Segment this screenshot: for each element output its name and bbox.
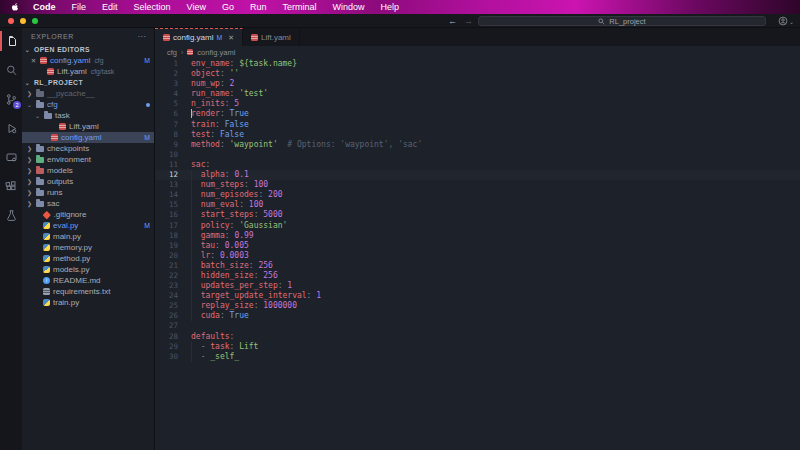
menu-window[interactable]: Window <box>324 0 372 14</box>
menu-view[interactable]: View <box>179 0 214 14</box>
code-line-30[interactable]: 30 - _self_ <box>155 352 800 362</box>
code-line-15[interactable]: 15 num_eval: 100 <box>155 200 800 210</box>
code-line-25[interactable]: 25 replay_size: 1000000 <box>155 301 800 311</box>
explorer-row-lift-yaml[interactable]: Lift.yaml <box>22 121 154 132</box>
explorer-row--gitignore[interactable]: .gitignore <box>22 209 154 220</box>
code-line-22[interactable]: 22 hidden_size: 256 <box>155 271 800 281</box>
code-line-4[interactable]: 4run_name: 'test' <box>155 89 800 99</box>
minimize-window-button[interactable] <box>20 18 26 24</box>
explorer-row-method-py[interactable]: method.py <box>22 253 154 264</box>
breadcrumb-file[interactable]: config.yaml <box>197 48 235 57</box>
menu-help[interactable]: Help <box>372 0 407 14</box>
explorer-row-sac[interactable]: ❯sac <box>22 198 154 209</box>
code-line-27[interactable]: 27 <box>155 321 800 331</box>
menu-selection[interactable]: Selection <box>126 0 179 14</box>
maximize-window-button[interactable] <box>32 18 38 24</box>
explorer-row--pycache-[interactable]: ❯__pycache__ <box>22 88 154 99</box>
code-line-10[interactable]: 10 <box>155 150 800 160</box>
menu-edit[interactable]: Edit <box>94 0 126 14</box>
chevron-right-icon[interactable]: ❯ <box>26 189 33 196</box>
explorer-row-environment[interactable]: ❯environment <box>22 154 154 165</box>
explorer-actions-icon[interactable]: ⋯ <box>137 32 146 41</box>
section-open-editors[interactable]: ⌄OPEN EDITORS <box>22 44 154 55</box>
code-line-11[interactable]: 11sac: <box>155 160 800 170</box>
explorer-row-memory-py[interactable]: memory.py <box>22 242 154 253</box>
code-line-26[interactable]: 26 cuda: True <box>155 311 800 321</box>
code-line-21[interactable]: 21 batch_size: 256 <box>155 261 800 271</box>
search-activity-button[interactable] <box>0 62 22 78</box>
run-debug-activity-button[interactable] <box>0 120 22 136</box>
explorer-row-readme-md[interactable]: README.md <box>22 275 154 286</box>
code-line-19[interactable]: 19 tau: 0.005 <box>155 241 800 251</box>
remote-explorer-activity-button[interactable] <box>0 149 22 165</box>
code-line-7[interactable]: 7train: False <box>155 120 800 130</box>
explorer-row-main-py[interactable]: main.py <box>22 231 154 242</box>
explorer-row-checkpoints[interactable]: ❯checkpoints <box>22 143 154 154</box>
code-line-5[interactable]: 5n_inits: 5 <box>155 99 800 109</box>
code-line-23[interactable]: 23 updates_per_step: 1 <box>155 281 800 291</box>
chevron-right-icon[interactable]: ❯ <box>26 145 33 152</box>
code-line-6[interactable]: 6render: True <box>155 109 800 119</box>
code-line-24[interactable]: 24 target_update_interval: 1 <box>155 291 800 301</box>
code-line-20[interactable]: 20 lr: 0.0003 <box>155 251 800 261</box>
code-line-9[interactable]: 9method: 'waypoint' # Options: 'waypoint… <box>155 140 800 150</box>
apple-logo-icon[interactable] <box>10 2 19 12</box>
chevron-down-icon[interactable]: ⌄ <box>34 112 41 119</box>
close-window-button[interactable] <box>8 18 14 24</box>
code-line-29[interactable]: 29 - task: Lift <box>155 342 800 352</box>
explorer-row-models-py[interactable]: models.py <box>22 264 154 275</box>
menu-file[interactable]: File <box>64 0 95 14</box>
chevron-down-icon[interactable]: ⌄ <box>24 46 31 53</box>
chevron-down-icon[interactable]: ⌄ <box>26 101 33 108</box>
command-center-search[interactable]: RL_project <box>478 16 766 26</box>
chevron-right-icon[interactable]: ❯ <box>26 90 33 97</box>
explorer-row-config-yaml[interactable]: config.yamlM <box>22 132 154 143</box>
code-line-16[interactable]: 16 start_steps: 5000 <box>155 210 800 220</box>
chevron-right-icon[interactable]: ❯ <box>26 178 33 185</box>
nav-back-icon[interactable]: ← <box>448 16 457 26</box>
explorer-row-runs[interactable]: ❯runs <box>22 187 154 198</box>
menu-code[interactable]: Code <box>25 0 64 14</box>
source-control-activity-button[interactable]: 2 <box>0 91 22 107</box>
close-editor-icon[interactable]: ✕ <box>30 57 37 65</box>
chevron-down-icon[interactable]: ⌄ <box>24 79 31 86</box>
code-line-8[interactable]: 8test: False <box>155 130 800 140</box>
explorer-row-config-yaml[interactable]: ✕config.yamlcfgM <box>22 55 154 66</box>
tab-close-icon[interactable]: ✕ <box>228 34 234 42</box>
menu-go[interactable]: Go <box>214 0 242 14</box>
code-line-3[interactable]: 3num_wp: 2 <box>155 79 800 89</box>
code-area[interactable]: 1env_name: ${task.name}2object: ''3num_w… <box>155 58 800 450</box>
explorer-row-train-py[interactable]: train.py <box>22 297 154 308</box>
explorer-row-requirements-txt[interactable]: requirements.txt <box>22 286 154 297</box>
menu-run[interactable]: Run <box>242 0 275 14</box>
section-rl-project[interactable]: ⌄RL_PROJECT <box>22 77 154 88</box>
menu-terminal[interactable]: Terminal <box>274 0 324 14</box>
tab-config-yaml[interactable]: config.yaml M ✕ <box>155 28 243 46</box>
explorer-row-task[interactable]: ⌄task <box>22 110 154 121</box>
code-line-17[interactable]: 17 policy: 'Gaussian' <box>155 221 800 231</box>
nav-forward-icon[interactable]: → <box>464 16 473 26</box>
code-line-2[interactable]: 2object: '' <box>155 69 800 79</box>
explorer-row-models[interactable]: ❯models <box>22 165 154 176</box>
explorer-row-outputs[interactable]: ❯outputs <box>22 176 154 187</box>
code-line-28[interactable]: 28defaults: <box>155 332 800 342</box>
explorer-row-cfg[interactable]: ⌄cfg <box>22 99 154 110</box>
code-line-13[interactable]: 13 num_steps: 100 <box>155 180 800 190</box>
account-menu[interactable]: ⌄ <box>778 16 794 26</box>
code-line-18[interactable]: 18 gamma: 0.99 <box>155 231 800 241</box>
line-number: 3 <box>155 79 191 89</box>
breadcrumb-folder[interactable]: cfg <box>167 48 177 57</box>
extensions-activity-button[interactable] <box>0 178 22 194</box>
testing-activity-button[interactable] <box>0 207 22 223</box>
tab-lift-yaml[interactable]: Lift.yaml <box>243 28 300 46</box>
explorer-activity-button[interactable] <box>0 33 22 49</box>
code-line-1[interactable]: 1env_name: ${task.name} <box>155 59 800 69</box>
folder-icon <box>44 113 52 119</box>
code-line-14[interactable]: 14 num_episodes: 200 <box>155 190 800 200</box>
explorer-row-eval-py[interactable]: eval.pyM <box>22 220 154 231</box>
explorer-row-lift-yaml[interactable]: Lift.yamlcfg/task <box>22 66 154 77</box>
chevron-right-icon[interactable]: ❯ <box>26 200 33 207</box>
chevron-right-icon[interactable]: ❯ <box>26 167 33 174</box>
chevron-right-icon[interactable]: ❯ <box>26 156 33 163</box>
code-line-12[interactable]: 12 alpha: 0.1 <box>155 170 800 180</box>
